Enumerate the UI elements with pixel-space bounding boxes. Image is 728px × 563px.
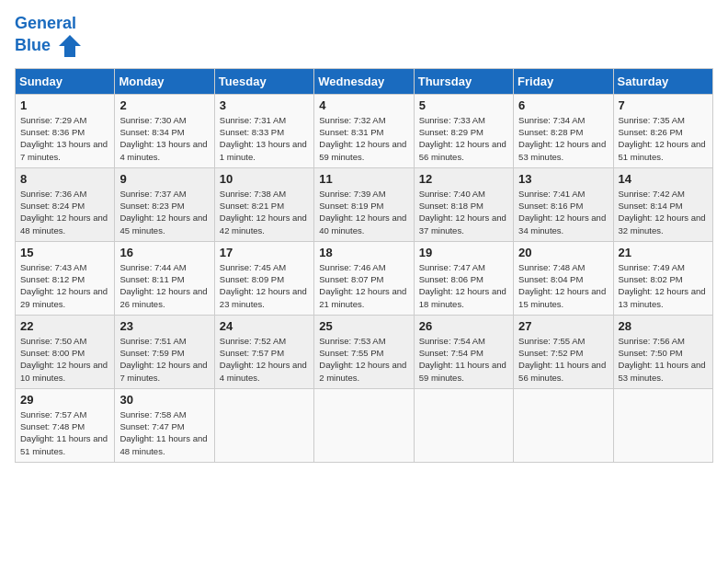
day-number: 8: [20, 172, 109, 186]
day-number: 3: [220, 98, 309, 112]
day-detail: Sunrise: 7:35 AMSunset: 8:26 PMDaylight:…: [619, 115, 706, 162]
logo-text-blue: Blue: [15, 36, 51, 54]
logo-text-general: General: [15, 14, 76, 32]
day-number: 15: [20, 246, 109, 259]
day-detail: Sunrise: 7:47 AMSunset: 8:06 PMDaylight:…: [419, 262, 506, 309]
day-number: 7: [619, 98, 708, 112]
day-detail: Sunrise: 7:54 AMSunset: 7:54 PMDaylight:…: [419, 336, 506, 383]
day-detail: Sunrise: 7:49 AMSunset: 8:02 PMDaylight:…: [619, 262, 706, 309]
day-detail: Sunrise: 7:31 AMSunset: 8:33 PMDaylight:…: [220, 115, 307, 162]
day-number: 11: [319, 172, 408, 186]
calendar-cell: 22 Sunrise: 7:50 AMSunset: 8:00 PMDaylig…: [16, 315, 115, 388]
day-number: 12: [419, 172, 508, 186]
day-number: 29: [20, 393, 109, 407]
calendar-cell: 29 Sunrise: 7:57 AMSunset: 7:48 PMDaylig…: [16, 388, 115, 462]
day-detail: Sunrise: 7:33 AMSunset: 8:29 PMDaylight:…: [419, 115, 506, 162]
day-detail: Sunrise: 7:51 AMSunset: 7:59 PMDaylight:…: [119, 336, 207, 383]
day-number: 21: [619, 246, 708, 259]
day-detail: Sunrise: 7:45 AMSunset: 8:09 PMDaylight:…: [220, 262, 307, 309]
day-number: 13: [518, 172, 608, 186]
day-detail: Sunrise: 7:32 AMSunset: 8:31 PMDaylight:…: [319, 115, 406, 162]
day-detail: Sunrise: 7:30 AMSunset: 8:34 PMDaylight:…: [119, 115, 207, 162]
calendar-cell: 30 Sunrise: 7:58 AMSunset: 7:47 PMDaylig…: [115, 388, 214, 462]
calendar-cell: 2 Sunrise: 7:30 AMSunset: 8:34 PMDayligh…: [115, 94, 214, 167]
day-number: 5: [419, 98, 508, 112]
calendar-cell: 18 Sunrise: 7:46 AMSunset: 8:07 PMDaylig…: [314, 241, 414, 315]
day-number: 26: [419, 319, 508, 333]
day-number: 25: [319, 319, 408, 333]
calendar-cell: 17 Sunrise: 7:45 AMSunset: 8:09 PMDaylig…: [214, 241, 313, 315]
day-number: 22: [20, 319, 109, 333]
calendar-cell: 7 Sunrise: 7:35 AMSunset: 8:26 PMDayligh…: [613, 94, 712, 167]
day-number: 30: [119, 393, 209, 407]
day-detail: Sunrise: 7:58 AMSunset: 7:47 PMDaylight:…: [119, 409, 207, 456]
day-number: 20: [518, 246, 608, 259]
calendar-cell: 13 Sunrise: 7:41 AMSunset: 8:16 PMDaylig…: [514, 167, 613, 241]
calendar-cell: 8 Sunrise: 7:36 AMSunset: 8:24 PMDayligh…: [16, 167, 115, 241]
col-header-sunday: Sunday: [16, 68, 115, 94]
day-detail: Sunrise: 7:48 AMSunset: 8:04 PMDaylight:…: [518, 262, 606, 309]
calendar-cell: [414, 388, 513, 462]
col-header-tuesday: Tuesday: [214, 68, 313, 94]
day-number: 2: [119, 98, 209, 112]
calendar-cell: 3 Sunrise: 7:31 AMSunset: 8:33 PMDayligh…: [214, 94, 313, 167]
day-number: 18: [319, 246, 408, 259]
calendar-cell: 4 Sunrise: 7:32 AMSunset: 8:31 PMDayligh…: [314, 94, 414, 167]
day-number: 9: [119, 172, 209, 186]
day-detail: Sunrise: 7:29 AMSunset: 8:36 PMDaylight:…: [20, 115, 108, 162]
day-detail: Sunrise: 7:34 AMSunset: 8:28 PMDaylight:…: [518, 115, 606, 162]
day-number: 23: [119, 319, 209, 333]
day-number: 1: [20, 98, 109, 112]
day-number: 28: [619, 319, 708, 333]
day-number: 10: [220, 172, 309, 186]
calendar-cell: 25 Sunrise: 7:53 AMSunset: 7:55 PMDaylig…: [314, 315, 414, 388]
day-detail: Sunrise: 7:40 AMSunset: 8:18 PMDaylight:…: [419, 189, 506, 236]
calendar-cell: 20 Sunrise: 7:48 AMSunset: 8:04 PMDaylig…: [514, 241, 613, 315]
col-header-saturday: Saturday: [613, 68, 712, 94]
col-header-wednesday: Wednesday: [314, 68, 414, 94]
calendar-cell: [514, 388, 613, 462]
day-detail: Sunrise: 7:41 AMSunset: 8:16 PMDaylight:…: [518, 189, 606, 236]
day-detail: Sunrise: 7:57 AMSunset: 7:48 PMDaylight:…: [20, 409, 108, 456]
day-detail: Sunrise: 7:37 AMSunset: 8:23 PMDaylight:…: [119, 189, 207, 236]
col-header-friday: Friday: [514, 68, 613, 94]
calendar-cell: 19 Sunrise: 7:47 AMSunset: 8:06 PMDaylig…: [414, 241, 513, 315]
calendar-cell: 5 Sunrise: 7:33 AMSunset: 8:29 PMDayligh…: [414, 94, 513, 167]
calendar-cell: 10 Sunrise: 7:38 AMSunset: 8:21 PMDaylig…: [214, 167, 313, 241]
day-detail: Sunrise: 7:36 AMSunset: 8:24 PMDaylight:…: [20, 189, 108, 236]
calendar-cell: [314, 388, 414, 462]
day-detail: Sunrise: 7:52 AMSunset: 7:57 PMDaylight:…: [220, 336, 307, 383]
day-detail: Sunrise: 7:39 AMSunset: 8:19 PMDaylight:…: [319, 189, 406, 236]
svg-marker-0: [59, 35, 81, 57]
calendar-cell: [613, 388, 712, 462]
calendar-cell: 12 Sunrise: 7:40 AMSunset: 8:18 PMDaylig…: [414, 167, 513, 241]
day-number: 27: [518, 319, 608, 333]
calendar-cell: 11 Sunrise: 7:39 AMSunset: 8:19 PMDaylig…: [314, 167, 414, 241]
day-detail: Sunrise: 7:44 AMSunset: 8:11 PMDaylight:…: [119, 262, 207, 309]
calendar-cell: 28 Sunrise: 7:56 AMSunset: 7:50 PMDaylig…: [613, 315, 712, 388]
day-number: 14: [619, 172, 708, 186]
calendar-cell: 15 Sunrise: 7:43 AMSunset: 8:12 PMDaylig…: [16, 241, 115, 315]
header: General Blue: [15, 15, 713, 59]
calendar-cell: 24 Sunrise: 7:52 AMSunset: 7:57 PMDaylig…: [214, 315, 313, 388]
day-detail: Sunrise: 7:56 AMSunset: 7:50 PMDaylight:…: [619, 336, 706, 383]
day-number: 16: [119, 246, 209, 259]
day-detail: Sunrise: 7:38 AMSunset: 8:21 PMDaylight:…: [220, 189, 307, 236]
calendar-cell: 21 Sunrise: 7:49 AMSunset: 8:02 PMDaylig…: [613, 241, 712, 315]
day-detail: Sunrise: 7:53 AMSunset: 7:55 PMDaylight:…: [319, 336, 406, 383]
day-detail: Sunrise: 7:55 AMSunset: 7:52 PMDaylight:…: [518, 336, 606, 383]
calendar-cell: 27 Sunrise: 7:55 AMSunset: 7:52 PMDaylig…: [514, 315, 613, 388]
calendar-cell: [214, 388, 313, 462]
calendar-cell: 6 Sunrise: 7:34 AMSunset: 8:28 PMDayligh…: [514, 94, 613, 167]
calendar-table: SundayMondayTuesdayWednesdayThursdayFrid…: [15, 68, 713, 463]
calendar-cell: 26 Sunrise: 7:54 AMSunset: 7:54 PMDaylig…: [414, 315, 513, 388]
calendar-cell: 23 Sunrise: 7:51 AMSunset: 7:59 PMDaylig…: [115, 315, 214, 388]
day-detail: Sunrise: 7:50 AMSunset: 8:00 PMDaylight:…: [20, 336, 108, 383]
col-header-thursday: Thursday: [414, 68, 513, 94]
calendar-cell: 16 Sunrise: 7:44 AMSunset: 8:11 PMDaylig…: [115, 241, 214, 315]
day-number: 4: [319, 98, 408, 112]
day-number: 19: [419, 246, 508, 259]
day-number: 6: [518, 98, 608, 112]
col-header-monday: Monday: [115, 68, 214, 94]
day-detail: Sunrise: 7:42 AMSunset: 8:14 PMDaylight:…: [619, 189, 706, 236]
